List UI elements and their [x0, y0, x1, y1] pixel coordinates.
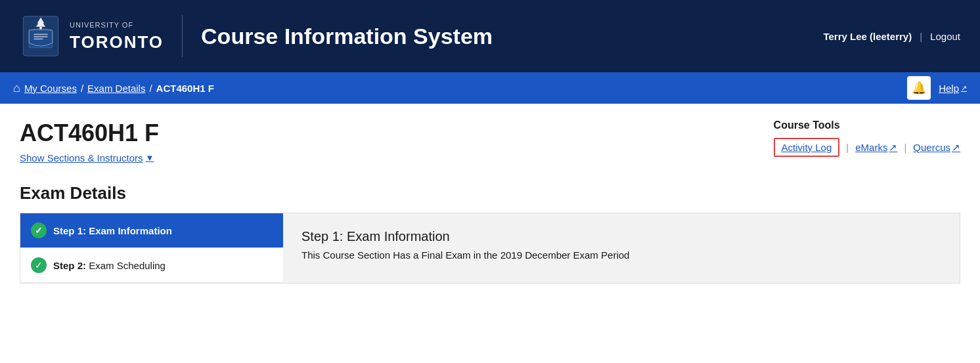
step-2-item[interactable]: ✓ Step 2: Exam Scheduling — [20, 248, 283, 283]
svg-rect-7 — [33, 39, 43, 40]
quercus-link[interactable]: Quercus ↗ — [913, 142, 960, 154]
step-content-area: Step 1: Exam Information This Course Sec… — [283, 213, 960, 283]
course-header: ACT460H1 F Show Sections & Instructors ▼… — [20, 119, 960, 163]
exam-details-link[interactable]: Exam Details — [87, 83, 145, 94]
show-sections-link[interactable]: Show Sections & Instructors ▼ — [20, 152, 159, 163]
step-content-title: Step 1: Exam Information — [301, 229, 941, 244]
tools-separator-2: | — [904, 142, 906, 153]
course-tools: Course Tools Activity Log | eMarks ↗ | Q… — [774, 119, 960, 157]
emarks-external-icon: ↗ — [889, 142, 897, 154]
user-info: Terry Lee (leeterry) | Logout — [823, 31, 960, 42]
step-1-check-icon: ✓ — [31, 223, 47, 238]
course-title-area: ACT460H1 F Show Sections & Instructors ▼ — [20, 119, 159, 163]
step-content-description: This Course Section Has a Final Exam in … — [301, 249, 941, 261]
dropdown-arrow-icon: ▼ — [146, 153, 154, 163]
step-1-item[interactable]: ✓ Step 1: Exam Information — [20, 213, 283, 248]
step-2-check-icon: ✓ — [31, 257, 47, 273]
breadcrumb-sep-2: / — [149, 83, 152, 94]
help-external-icon: ↗ — [961, 84, 967, 93]
activity-log-button[interactable]: Activity Log — [774, 138, 840, 157]
user-separator: | — [920, 31, 922, 42]
logo-container: UNIVERSITY OF TORONTO — [20, 15, 183, 57]
tools-separator: | — [846, 142, 849, 153]
breadcrumb-current: ACT460H1 F — [156, 83, 214, 94]
notifications-button[interactable]: 🔔 — [907, 76, 931, 100]
logout-link[interactable]: Logout — [930, 31, 960, 42]
breadcrumb-right: 🔔 Help ↗ — [907, 76, 967, 100]
main-content: ACT460H1 F Show Sections & Instructors ▼… — [0, 104, 980, 299]
steps-container: ✓ Step 1: Exam Information ✓ Step 2: Exa… — [20, 213, 960, 284]
uoft-logo-icon — [20, 15, 62, 57]
course-tools-links: Activity Log | eMarks ↗ | Quercus ↗ — [774, 138, 960, 157]
bell-icon: 🔔 — [912, 81, 926, 95]
steps-sidebar: ✓ Step 1: Exam Information ✓ Step 2: Exa… — [20, 213, 283, 283]
exam-details-title: Exam Details — [20, 183, 960, 203]
breadcrumb-bar: ⌂ My Courses / Exam Details / ACT460H1 F… — [0, 72, 980, 104]
step-2-label: Step 2: Exam Scheduling — [53, 260, 166, 271]
help-link[interactable]: Help ↗ — [939, 83, 967, 94]
header: UNIVERSITY OF TORONTO Course Information… — [0, 0, 980, 72]
home-icon[interactable]: ⌂ — [13, 81, 20, 95]
logo-text: UNIVERSITY OF TORONTO — [70, 18, 164, 54]
app-title: Course Information System — [201, 24, 493, 49]
emarks-link[interactable]: eMarks ↗ — [855, 142, 897, 154]
breadcrumb-sep-1: / — [81, 83, 83, 94]
my-courses-link[interactable]: My Courses — [24, 83, 77, 94]
course-tools-title: Course Tools — [774, 119, 960, 131]
svg-rect-6 — [33, 36, 47, 37]
quercus-external-icon: ↗ — [952, 142, 960, 154]
course-title: ACT460H1 F — [20, 119, 159, 147]
exam-details-section: Exam Details ✓ Step 1: Exam Information … — [20, 183, 960, 284]
svg-rect-5 — [33, 33, 47, 35]
step-1-label: Step 1: Exam Information — [53, 225, 172, 236]
username-label: Terry Lee (leeterry) — [823, 31, 912, 42]
